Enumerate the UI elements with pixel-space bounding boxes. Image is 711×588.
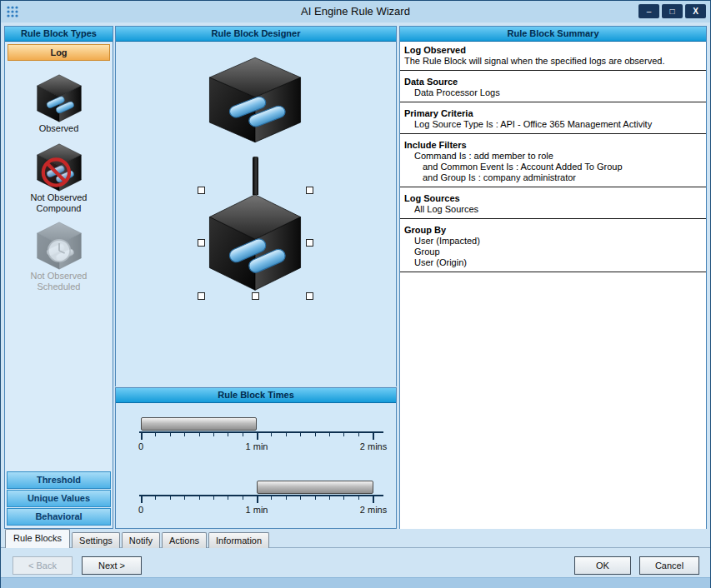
scheduled-clock-icon bbox=[34, 221, 84, 271]
selection-handle[interactable] bbox=[198, 239, 205, 247]
summary-line: Data Processor Logs bbox=[404, 87, 702, 98]
tick-label: 2 mins bbox=[353, 441, 394, 451]
tab-rule-blocks[interactable]: Rule Blocks bbox=[5, 529, 70, 548]
ai-engine-rule-wizard-window: AI Engine Rule Wizard – □ X Rule Block T… bbox=[0, 0, 711, 588]
rule-block-types-panel: Rule Block Types Log Observed Not Observ… bbox=[4, 26, 113, 529]
rule-type-observed[interactable]: Observed bbox=[5, 73, 113, 134]
close-button-icon[interactable]: X bbox=[685, 4, 706, 18]
window-bottom-frame bbox=[1, 577, 710, 588]
summary-line: The Rule Block will signal when the spec… bbox=[404, 56, 702, 67]
summary-divider bbox=[400, 187, 706, 187]
category-buttons: Threshold Unique Values Behavioral bbox=[5, 471, 113, 528]
window-title: AI Engine Rule Wizard bbox=[1, 5, 710, 17]
summary-divider bbox=[400, 70, 706, 71]
rule-type-label: Not Observed Compound bbox=[16, 192, 103, 214]
summary-line: Group bbox=[404, 247, 702, 257]
back-button[interactable]: < Back bbox=[13, 556, 73, 575]
tick-label: 1 min bbox=[238, 441, 275, 451]
summary-divider bbox=[400, 218, 706, 219]
designer-canvas[interactable] bbox=[116, 42, 396, 386]
time-range-bar[interactable] bbox=[257, 481, 373, 494]
times-body: 0 1 min 2 mins 0 1 min 2 mins bbox=[116, 403, 396, 529]
summary-line: Log Source Type Is : API - Office 365 Ma… bbox=[404, 119, 702, 130]
tick-label: 2 mins bbox=[353, 505, 394, 515]
selection-handle[interactable] bbox=[306, 292, 313, 300]
selection-handle[interactable] bbox=[198, 292, 205, 300]
designer-header: Rule Block Designer bbox=[116, 27, 396, 42]
behavioral-category-button[interactable]: Behavioral bbox=[7, 508, 111, 526]
rule-block-designer-panel: Rule Block Designer bbox=[115, 26, 397, 386]
summary-section-title: Log Sources bbox=[404, 193, 702, 204]
summary-section-title: Include Filters bbox=[404, 140, 702, 151]
tick-label: 0 bbox=[133, 505, 149, 515]
unique-values-category-button[interactable]: Unique Values bbox=[7, 490, 111, 507]
selection-handle[interactable] bbox=[306, 187, 313, 194]
ok-button[interactable]: OK bbox=[574, 556, 631, 575]
tick-label: 0 bbox=[133, 441, 149, 451]
summary-line: and Common Event Is : Account Added To G… bbox=[404, 162, 702, 172]
tab-information[interactable]: Information bbox=[208, 532, 269, 548]
summary-section-title: Primary Criteria bbox=[404, 108, 702, 119]
window-controls: – □ X bbox=[638, 4, 706, 18]
time-slider-1: 0 1 min 2 mins bbox=[116, 403, 396, 461]
summary-divider bbox=[400, 133, 706, 134]
cancel-button[interactable]: Cancel bbox=[639, 556, 699, 575]
summary-section-title: Group By bbox=[404, 225, 702, 236]
summary-section-title: Log Observed bbox=[404, 45, 702, 56]
summary-body: Log Observed The Rule Block will signal … bbox=[400, 42, 706, 529]
threshold-category-button[interactable]: Threshold bbox=[7, 471, 111, 489]
summary-line: User (Impacted) bbox=[404, 236, 702, 247]
selection-handle[interactable] bbox=[306, 239, 313, 247]
summary-line: All Log Sources bbox=[404, 204, 702, 215]
rule-type-label: Observed bbox=[16, 123, 103, 134]
log-category-button[interactable]: Log bbox=[8, 44, 110, 61]
rule-block-cube-top[interactable] bbox=[203, 55, 307, 145]
slider-ticks bbox=[141, 433, 373, 441]
not-observed-prohibited-icon bbox=[34, 142, 84, 192]
slider-ticks bbox=[141, 496, 373, 505]
time-slider-2: 0 1 min 2 mins bbox=[116, 466, 396, 525]
summary-line: User (Origin) bbox=[404, 257, 702, 268]
rule-block-times-panel: Rule Block Times 0 1 min 2 mins 0 1 min … bbox=[115, 387, 397, 529]
tab-notify[interactable]: Notify bbox=[122, 532, 160, 548]
summary-section-title: Data Source bbox=[404, 77, 702, 87]
selection-handle[interactable] bbox=[252, 292, 259, 300]
minimize-button-icon[interactable]: – bbox=[638, 4, 659, 18]
next-button[interactable]: Next > bbox=[82, 556, 142, 575]
rule-block-cube-selected[interactable] bbox=[203, 192, 307, 293]
summary-divider bbox=[400, 102, 706, 102]
rule-type-not-observed-scheduled[interactable]: Not Observed Scheduled bbox=[5, 221, 113, 292]
summary-line: and Group Is : company administrator bbox=[404, 172, 702, 183]
rule-block-types-header: Rule Block Types bbox=[5, 27, 113, 42]
summary-line: Command Is : add member to role bbox=[404, 151, 702, 162]
selection-handle[interactable] bbox=[198, 187, 205, 194]
rule-block-summary-panel: Rule Block Summary Log Observed The Rule… bbox=[399, 26, 707, 529]
titlebar[interactable]: AI Engine Rule Wizard – □ X bbox=[1, 1, 710, 22]
rule-type-not-observed-compound[interactable]: Not Observed Compound bbox=[5, 142, 113, 214]
times-header: Rule Block Times bbox=[116, 388, 396, 403]
observed-cube-icon bbox=[34, 73, 84, 123]
summary-header: Rule Block Summary bbox=[400, 27, 706, 42]
tab-actions[interactable]: Actions bbox=[162, 532, 207, 548]
time-range-bar[interactable] bbox=[141, 417, 257, 431]
tab-settings[interactable]: Settings bbox=[72, 532, 120, 548]
connector-handle[interactable] bbox=[253, 157, 258, 195]
rule-type-label: Not Observed Scheduled bbox=[16, 271, 103, 292]
tick-label: 1 min bbox=[238, 505, 275, 515]
summary-divider bbox=[400, 272, 706, 272]
maximize-button-icon[interactable]: □ bbox=[662, 4, 683, 18]
wizard-tabs: Rule Blocks Settings Notify Actions Info… bbox=[5, 530, 271, 548]
